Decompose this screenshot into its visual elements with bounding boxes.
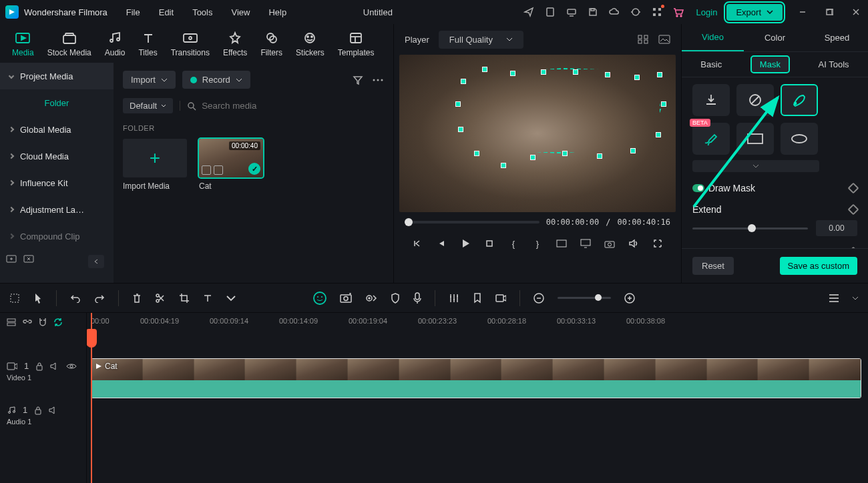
play-icon[interactable] xyxy=(459,237,471,250)
list-icon[interactable] xyxy=(829,294,839,302)
mask-none[interactable] xyxy=(736,84,774,116)
mask-rectangle[interactable] xyxy=(736,123,774,155)
menu-tools[interactable]: Tools xyxy=(192,7,212,17)
keyframe-icon[interactable] xyxy=(848,183,859,194)
tab-transitions[interactable]: Transitions xyxy=(171,31,210,63)
lock-icon[interactable] xyxy=(34,406,42,415)
export-button[interactable]: Export xyxy=(726,4,783,21)
filter-icon[interactable] xyxy=(352,74,364,86)
step-back-icon[interactable] xyxy=(435,237,447,250)
snapshot-view-icon[interactable] xyxy=(658,33,670,45)
tab-titles[interactable]: Titles xyxy=(138,31,157,63)
track-layout-icon[interactable] xyxy=(7,318,16,326)
cloud-icon[interactable] xyxy=(608,6,620,18)
fullscreen-icon[interactable] xyxy=(652,237,664,250)
mic-icon[interactable] xyxy=(413,292,421,304)
mask-brush[interactable]: BETA xyxy=(692,123,730,155)
redo-icon[interactable] xyxy=(94,294,105,303)
player-viewport[interactable] xyxy=(399,55,676,212)
mute-icon[interactable] xyxy=(50,362,59,370)
extend-value[interactable]: 0.00 xyxy=(816,220,857,236)
new-bin-icon[interactable] xyxy=(23,252,35,264)
device-icon[interactable] xyxy=(544,6,556,18)
sidebar-folder[interactable]: Folder xyxy=(0,89,114,116)
sidebar-project-media[interactable]: Project Media xyxy=(0,63,114,89)
window-maximize[interactable] xyxy=(823,5,836,19)
ai-face-icon[interactable] xyxy=(313,292,327,305)
crop-icon[interactable] xyxy=(179,293,190,304)
record-tl-icon[interactable] xyxy=(495,294,506,303)
import-button[interactable]: Import xyxy=(123,71,176,89)
more-icon[interactable] xyxy=(372,74,384,86)
subtab-mask[interactable]: Mask xyxy=(752,57,789,72)
visibility-icon[interactable] xyxy=(66,362,77,370)
timeline-tracks[interactable]: 00:00 00:00:04:19 00:00:09:14 00:00:14:0… xyxy=(87,313,868,483)
camera-plus-icon[interactable] xyxy=(340,293,352,303)
mark-in-icon[interactable]: { xyxy=(507,237,519,250)
sort-dropdown[interactable]: Default xyxy=(123,98,173,113)
window-minimize[interactable] xyxy=(796,5,809,19)
screen-icon[interactable] xyxy=(566,6,578,18)
new-folder-icon[interactable] xyxy=(5,252,17,264)
toggle-on-icon[interactable] xyxy=(692,184,704,192)
subtab-basic[interactable]: Basic xyxy=(692,57,730,72)
support-icon[interactable] xyxy=(630,6,642,18)
keyframe-icon[interactable] xyxy=(848,204,859,215)
tab-stickers[interactable]: Stickers xyxy=(296,31,324,63)
undo-icon[interactable] xyxy=(70,294,81,303)
sidebar-adjustment-layer[interactable]: Adjustment La… xyxy=(0,196,114,223)
cart-icon[interactable] xyxy=(672,6,684,18)
mask-import[interactable] xyxy=(692,84,730,116)
quality-dropdown[interactable]: Full Quality xyxy=(439,31,523,49)
subtab-ai-tools[interactable]: AI Tools xyxy=(811,57,857,72)
sidebar-compound-clip[interactable]: Compound Clip xyxy=(0,223,114,250)
search-input[interactable] xyxy=(202,101,384,111)
menu-edit[interactable]: Edit xyxy=(159,7,174,17)
tab-color[interactable]: Color xyxy=(744,24,806,51)
zoom-slider[interactable] xyxy=(558,297,611,299)
camera-icon[interactable] xyxy=(604,237,616,250)
menu-file[interactable]: File xyxy=(126,7,140,17)
more-tools-icon[interactable] xyxy=(226,295,236,302)
tab-stock-media[interactable]: Stock Media xyxy=(47,31,91,63)
mark-out-icon[interactable]: } xyxy=(531,237,544,250)
link-icon[interactable] xyxy=(23,319,32,326)
tab-effects[interactable]: Effects xyxy=(223,31,247,63)
sidebar-global-media[interactable]: Global Media xyxy=(0,116,114,143)
apps-icon[interactable] xyxy=(651,6,663,18)
mask-ellipse[interactable] xyxy=(781,123,818,155)
settings-icon[interactable] xyxy=(852,296,859,300)
extend-slider[interactable] xyxy=(692,227,808,229)
split-icon[interactable] xyxy=(155,293,166,304)
tab-filters[interactable]: Filters xyxy=(260,31,282,63)
prev-frame-icon[interactable] xyxy=(411,237,423,250)
time-ruler[interactable]: 00:00 00:00:04:19 00:00:09:14 00:00:14:0… xyxy=(87,313,868,332)
playhead[interactable] xyxy=(91,313,92,483)
lock-icon[interactable] xyxy=(35,362,43,371)
volume-icon[interactable] xyxy=(628,237,640,250)
zoom-out-icon[interactable] xyxy=(533,293,544,304)
save-icon[interactable] xyxy=(587,6,599,18)
grid-view-icon[interactable] xyxy=(637,33,649,45)
tab-audio[interactable]: Audio xyxy=(105,31,126,63)
tab-speed[interactable]: Speed xyxy=(806,24,868,51)
mute-icon[interactable] xyxy=(49,406,58,414)
marker-icon[interactable] xyxy=(473,293,482,304)
keyframe-icon[interactable] xyxy=(848,247,859,248)
save-custom-button[interactable]: Save as custom xyxy=(780,257,858,275)
audio-mixer-icon[interactable] xyxy=(449,293,459,304)
record-button[interactable]: Record xyxy=(182,71,250,89)
audio-track-header[interactable]: 1 Audio 1 xyxy=(0,401,86,430)
mask-pen[interactable] xyxy=(781,84,818,116)
send-icon[interactable] xyxy=(523,6,535,18)
select-tool-icon[interactable] xyxy=(9,293,20,304)
login-link[interactable]: Login xyxy=(696,7,718,17)
video-track-header[interactable]: 1 Video 1 xyxy=(0,357,86,401)
text-icon[interactable] xyxy=(203,294,212,303)
ratio-icon[interactable] xyxy=(556,237,568,250)
sidebar-influence-kit[interactable]: Influence Kit xyxy=(0,169,114,196)
shield-icon[interactable] xyxy=(391,293,400,304)
sync-icon[interactable] xyxy=(53,318,63,327)
sidebar-collapse[interactable] xyxy=(88,255,104,268)
delete-icon[interactable] xyxy=(132,293,142,304)
